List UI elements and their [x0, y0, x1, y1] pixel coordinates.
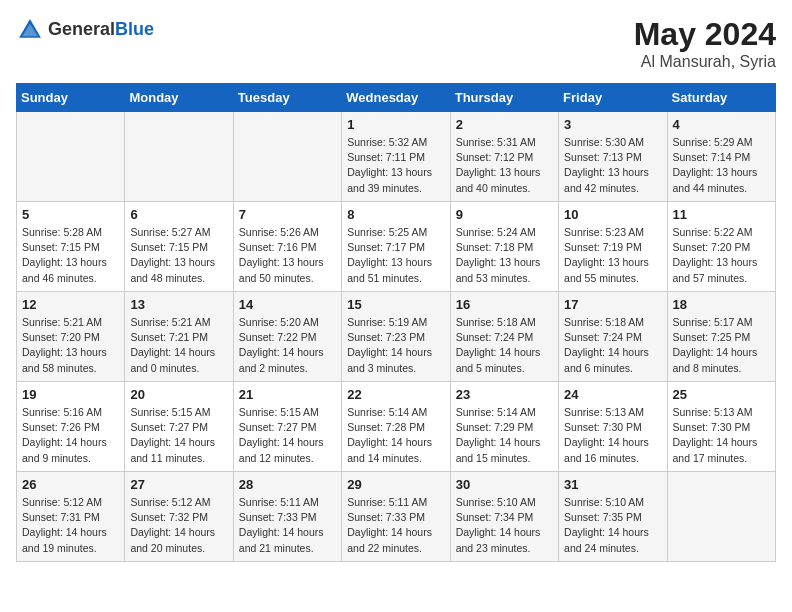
- day-content: Sunrise: 5:13 AM Sunset: 7:30 PM Dayligh…: [564, 405, 661, 466]
- weekday-header-tuesday: Tuesday: [233, 84, 341, 112]
- day-content: Sunrise: 5:26 AM Sunset: 7:16 PM Dayligh…: [239, 225, 336, 286]
- weekday-header-thursday: Thursday: [450, 84, 558, 112]
- logo-general: GeneralBlue: [48, 20, 154, 40]
- day-content: Sunrise: 5:30 AM Sunset: 7:13 PM Dayligh…: [564, 135, 661, 196]
- day-number: 10: [564, 207, 661, 222]
- day-number: 12: [22, 297, 119, 312]
- weekday-header-row: SundayMondayTuesdayWednesdayThursdayFrid…: [17, 84, 776, 112]
- calendar-cell: 31Sunrise: 5:10 AM Sunset: 7:35 PM Dayli…: [559, 472, 667, 562]
- calendar-cell: 6Sunrise: 5:27 AM Sunset: 7:15 PM Daylig…: [125, 202, 233, 292]
- day-content: Sunrise: 5:10 AM Sunset: 7:34 PM Dayligh…: [456, 495, 553, 556]
- day-number: 14: [239, 297, 336, 312]
- day-content: Sunrise: 5:15 AM Sunset: 7:27 PM Dayligh…: [239, 405, 336, 466]
- calendar-table: SundayMondayTuesdayWednesdayThursdayFrid…: [16, 83, 776, 562]
- calendar-week-row: 19Sunrise: 5:16 AM Sunset: 7:26 PM Dayli…: [17, 382, 776, 472]
- calendar-cell: 26Sunrise: 5:12 AM Sunset: 7:31 PM Dayli…: [17, 472, 125, 562]
- day-number: 13: [130, 297, 227, 312]
- calendar-cell: 13Sunrise: 5:21 AM Sunset: 7:21 PM Dayli…: [125, 292, 233, 382]
- day-content: Sunrise: 5:20 AM Sunset: 7:22 PM Dayligh…: [239, 315, 336, 376]
- calendar-cell: 18Sunrise: 5:17 AM Sunset: 7:25 PM Dayli…: [667, 292, 775, 382]
- calendar-cell: 1Sunrise: 5:32 AM Sunset: 7:11 PM Daylig…: [342, 112, 450, 202]
- page-header: GeneralBlue May 2024 Al Mansurah, Syria: [16, 16, 776, 71]
- calendar-cell: 10Sunrise: 5:23 AM Sunset: 7:19 PM Dayli…: [559, 202, 667, 292]
- weekday-header-friday: Friday: [559, 84, 667, 112]
- calendar-cell: 4Sunrise: 5:29 AM Sunset: 7:14 PM Daylig…: [667, 112, 775, 202]
- day-number: 6: [130, 207, 227, 222]
- calendar-cell: 11Sunrise: 5:22 AM Sunset: 7:20 PM Dayli…: [667, 202, 775, 292]
- day-content: Sunrise: 5:19 AM Sunset: 7:23 PM Dayligh…: [347, 315, 444, 376]
- day-number: 5: [22, 207, 119, 222]
- calendar-location: Al Mansurah, Syria: [634, 53, 776, 71]
- calendar-cell: 25Sunrise: 5:13 AM Sunset: 7:30 PM Dayli…: [667, 382, 775, 472]
- day-content: Sunrise: 5:31 AM Sunset: 7:12 PM Dayligh…: [456, 135, 553, 196]
- day-number: 27: [130, 477, 227, 492]
- day-number: 25: [673, 387, 770, 402]
- calendar-cell: 14Sunrise: 5:20 AM Sunset: 7:22 PM Dayli…: [233, 292, 341, 382]
- weekday-header-wednesday: Wednesday: [342, 84, 450, 112]
- day-number: 23: [456, 387, 553, 402]
- calendar-week-row: 12Sunrise: 5:21 AM Sunset: 7:20 PM Dayli…: [17, 292, 776, 382]
- calendar-cell: [17, 112, 125, 202]
- calendar-cell: 30Sunrise: 5:10 AM Sunset: 7:34 PM Dayli…: [450, 472, 558, 562]
- weekday-header-saturday: Saturday: [667, 84, 775, 112]
- day-content: Sunrise: 5:28 AM Sunset: 7:15 PM Dayligh…: [22, 225, 119, 286]
- calendar-week-row: 5Sunrise: 5:28 AM Sunset: 7:15 PM Daylig…: [17, 202, 776, 292]
- day-number: 19: [22, 387, 119, 402]
- day-content: Sunrise: 5:21 AM Sunset: 7:20 PM Dayligh…: [22, 315, 119, 376]
- weekday-header-monday: Monday: [125, 84, 233, 112]
- day-number: 8: [347, 207, 444, 222]
- day-content: Sunrise: 5:11 AM Sunset: 7:33 PM Dayligh…: [239, 495, 336, 556]
- day-number: 24: [564, 387, 661, 402]
- calendar-cell: 16Sunrise: 5:18 AM Sunset: 7:24 PM Dayli…: [450, 292, 558, 382]
- calendar-cell: 19Sunrise: 5:16 AM Sunset: 7:26 PM Dayli…: [17, 382, 125, 472]
- calendar-cell: 7Sunrise: 5:26 AM Sunset: 7:16 PM Daylig…: [233, 202, 341, 292]
- day-content: Sunrise: 5:16 AM Sunset: 7:26 PM Dayligh…: [22, 405, 119, 466]
- day-number: 16: [456, 297, 553, 312]
- calendar-cell: 24Sunrise: 5:13 AM Sunset: 7:30 PM Dayli…: [559, 382, 667, 472]
- day-content: Sunrise: 5:14 AM Sunset: 7:28 PM Dayligh…: [347, 405, 444, 466]
- day-content: Sunrise: 5:10 AM Sunset: 7:35 PM Dayligh…: [564, 495, 661, 556]
- day-number: 18: [673, 297, 770, 312]
- calendar-cell: 15Sunrise: 5:19 AM Sunset: 7:23 PM Dayli…: [342, 292, 450, 382]
- calendar-title: May 2024: [634, 16, 776, 53]
- calendar-cell: 20Sunrise: 5:15 AM Sunset: 7:27 PM Dayli…: [125, 382, 233, 472]
- day-number: 30: [456, 477, 553, 492]
- weekday-header-sunday: Sunday: [17, 84, 125, 112]
- calendar-cell: 9Sunrise: 5:24 AM Sunset: 7:18 PM Daylig…: [450, 202, 558, 292]
- day-number: 7: [239, 207, 336, 222]
- day-content: Sunrise: 5:32 AM Sunset: 7:11 PM Dayligh…: [347, 135, 444, 196]
- calendar-cell: 8Sunrise: 5:25 AM Sunset: 7:17 PM Daylig…: [342, 202, 450, 292]
- calendar-cell: 23Sunrise: 5:14 AM Sunset: 7:29 PM Dayli…: [450, 382, 558, 472]
- day-number: 11: [673, 207, 770, 222]
- day-number: 31: [564, 477, 661, 492]
- day-content: Sunrise: 5:25 AM Sunset: 7:17 PM Dayligh…: [347, 225, 444, 286]
- day-content: Sunrise: 5:22 AM Sunset: 7:20 PM Dayligh…: [673, 225, 770, 286]
- day-number: 21: [239, 387, 336, 402]
- calendar-cell: 3Sunrise: 5:30 AM Sunset: 7:13 PM Daylig…: [559, 112, 667, 202]
- calendar-week-row: 1Sunrise: 5:32 AM Sunset: 7:11 PM Daylig…: [17, 112, 776, 202]
- calendar-cell: 5Sunrise: 5:28 AM Sunset: 7:15 PM Daylig…: [17, 202, 125, 292]
- calendar-cell: 29Sunrise: 5:11 AM Sunset: 7:33 PM Dayli…: [342, 472, 450, 562]
- calendar-cell: 12Sunrise: 5:21 AM Sunset: 7:20 PM Dayli…: [17, 292, 125, 382]
- day-content: Sunrise: 5:18 AM Sunset: 7:24 PM Dayligh…: [564, 315, 661, 376]
- title-block: May 2024 Al Mansurah, Syria: [634, 16, 776, 71]
- calendar-cell: 21Sunrise: 5:15 AM Sunset: 7:27 PM Dayli…: [233, 382, 341, 472]
- day-number: 9: [456, 207, 553, 222]
- calendar-cell: 17Sunrise: 5:18 AM Sunset: 7:24 PM Dayli…: [559, 292, 667, 382]
- day-content: Sunrise: 5:12 AM Sunset: 7:32 PM Dayligh…: [130, 495, 227, 556]
- day-content: Sunrise: 5:24 AM Sunset: 7:18 PM Dayligh…: [456, 225, 553, 286]
- day-number: 29: [347, 477, 444, 492]
- calendar-cell: 28Sunrise: 5:11 AM Sunset: 7:33 PM Dayli…: [233, 472, 341, 562]
- calendar-cell: [667, 472, 775, 562]
- day-number: 1: [347, 117, 444, 132]
- calendar-week-row: 26Sunrise: 5:12 AM Sunset: 7:31 PM Dayli…: [17, 472, 776, 562]
- calendar-cell: 22Sunrise: 5:14 AM Sunset: 7:28 PM Dayli…: [342, 382, 450, 472]
- day-number: 22: [347, 387, 444, 402]
- day-content: Sunrise: 5:15 AM Sunset: 7:27 PM Dayligh…: [130, 405, 227, 466]
- calendar-cell: [233, 112, 341, 202]
- day-content: Sunrise: 5:11 AM Sunset: 7:33 PM Dayligh…: [347, 495, 444, 556]
- day-content: Sunrise: 5:17 AM Sunset: 7:25 PM Dayligh…: [673, 315, 770, 376]
- day-number: 3: [564, 117, 661, 132]
- day-number: 2: [456, 117, 553, 132]
- day-number: 20: [130, 387, 227, 402]
